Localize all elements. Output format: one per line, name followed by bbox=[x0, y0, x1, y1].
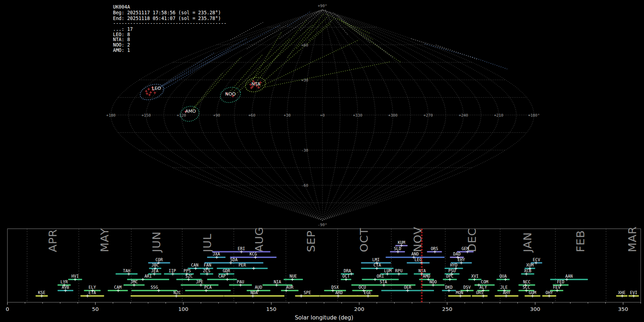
shower-code-label: GDR bbox=[223, 268, 230, 273]
meteor-radiant-plot: +180+150+120+90+60+30+0+330+300+270+240+… bbox=[0, 0, 644, 322]
shower-code-label: CAP bbox=[218, 274, 226, 279]
shower-code-label: NDA bbox=[250, 290, 258, 295]
radiant-label: NOO bbox=[225, 91, 235, 97]
shower-code-label: STA bbox=[380, 279, 387, 284]
divider-line: ---------------------------------------- bbox=[113, 21, 227, 26]
shower-code-label: LMI bbox=[372, 257, 380, 262]
shower-code-label: NZC bbox=[174, 290, 181, 295]
shower-code-label: SDA bbox=[230, 257, 238, 262]
activity-period bbox=[472, 295, 488, 297]
month-label: FEB bbox=[574, 230, 587, 252]
observation-end: End: 20251118 05:41:07 (sol = 235.78°) bbox=[113, 16, 221, 21]
activity-period bbox=[131, 290, 177, 291]
station-id: UK004A bbox=[113, 4, 130, 10]
shower-code-label: XUM bbox=[526, 263, 534, 268]
shower-code-label: AND bbox=[411, 252, 419, 257]
shower-code-label: SLD bbox=[394, 246, 401, 251]
x-axis-title: Solar longitude (deg) bbox=[295, 314, 353, 321]
shower-code-label: LUM bbox=[384, 268, 392, 273]
activity-period bbox=[497, 279, 510, 280]
shower-code-label: EGE bbox=[364, 290, 371, 295]
lon-label: +240 bbox=[459, 113, 468, 118]
activity-period bbox=[204, 262, 263, 264]
shower-count: ...: 17 bbox=[113, 26, 133, 32]
shower-code-label: TAH bbox=[123, 268, 130, 273]
shower-code-label: DAD bbox=[453, 252, 461, 257]
observation-begin: Beg: 20251117 17:58:56 (sol = 235.28°) bbox=[113, 10, 221, 15]
x-tick-label: 250 bbox=[442, 306, 452, 312]
shower-code-label: JPE bbox=[196, 279, 203, 284]
shower-code-label: OCT bbox=[342, 274, 350, 279]
shower-code-label: NOO bbox=[429, 279, 437, 284]
shower-code-label: ORS bbox=[431, 246, 438, 251]
x-tick-label: 300 bbox=[530, 306, 540, 312]
shower-counts-list: ...: 17LEO: 8NTA: 8NOO: 2AMO: 1 bbox=[113, 26, 133, 53]
shower-code-label: NCC bbox=[523, 279, 531, 284]
lon-label: +300 bbox=[388, 113, 397, 118]
shower-code-label: GUM bbox=[529, 290, 536, 295]
shower-count: NOO: 2 bbox=[113, 42, 130, 48]
month-label: MAY bbox=[98, 228, 111, 252]
background bbox=[0, 0, 644, 322]
shower-code-label: CAM bbox=[114, 285, 122, 290]
lon-label: +90 bbox=[213, 113, 220, 118]
x-tick-label: 0 bbox=[6, 306, 9, 312]
shower-code-label: SZC bbox=[185, 274, 193, 279]
month-label: OCT bbox=[357, 228, 370, 252]
shower-code-label: ETA bbox=[89, 290, 96, 295]
activity-period bbox=[550, 279, 588, 280]
lon-label: +270 bbox=[424, 113, 433, 118]
shower-code-label: JEA bbox=[151, 268, 158, 273]
shower-code-label: AUD bbox=[255, 285, 262, 290]
lat-label: -30 bbox=[301, 148, 308, 153]
shower-code-label: EVI bbox=[630, 290, 638, 295]
shower-count: AMO: 1 bbox=[113, 48, 130, 53]
shower-code-label: ARD bbox=[335, 290, 343, 295]
lon-label: +30 bbox=[284, 113, 291, 118]
activity-period bbox=[207, 279, 237, 280]
shower-code-label: DRA bbox=[344, 268, 351, 273]
shower-code-label: JBC bbox=[151, 263, 159, 268]
x-tick-label: 50 bbox=[92, 306, 99, 312]
shower-code-label: KSE bbox=[38, 290, 45, 295]
shower-code-label: KUM bbox=[398, 240, 405, 245]
shower-count: LEO: 8 bbox=[113, 32, 130, 37]
shower-code-label: AHY bbox=[503, 290, 511, 295]
shower-code-label: PER bbox=[239, 263, 246, 268]
shower-code-label: PAU bbox=[237, 279, 244, 284]
lon-label: +150 bbox=[141, 113, 151, 118]
shower-code-label: HYD bbox=[450, 263, 458, 268]
lon-label: +60 bbox=[248, 113, 255, 118]
lon-label: +330 bbox=[353, 113, 362, 118]
activity-period bbox=[407, 262, 430, 264]
shower-code-label: XCB bbox=[524, 268, 532, 273]
shower-code-label: HVI bbox=[72, 274, 79, 279]
shower-code-label: FEV bbox=[553, 285, 561, 290]
shower-count: NTA: 8 bbox=[113, 37, 130, 42]
shower-code-label: CAN bbox=[191, 263, 199, 268]
lon-label: +120 bbox=[177, 113, 186, 118]
shower-code-label: NIA bbox=[274, 279, 281, 284]
shower-code-label: QUA bbox=[499, 274, 507, 279]
shower-code-label: ORI bbox=[377, 274, 384, 279]
shower-code-label: KCG bbox=[249, 252, 257, 257]
shower-code-label: RPU bbox=[395, 268, 402, 273]
radiant-label: NTA bbox=[252, 81, 260, 87]
month-label: JUL bbox=[201, 233, 214, 253]
lat-label: -60 bbox=[301, 183, 308, 188]
activity-period bbox=[116, 273, 137, 275]
x-tick-label: 350 bbox=[618, 306, 628, 312]
shower-code-label: COR bbox=[155, 257, 163, 262]
shower-code-label: DPC bbox=[446, 274, 454, 279]
month-label: AUG bbox=[253, 227, 265, 252]
shower-code-label: ECV bbox=[533, 257, 540, 262]
month-label: SEP bbox=[304, 230, 317, 252]
lat-label: +30 bbox=[301, 78, 308, 83]
shower-code-label: ALY bbox=[479, 285, 487, 290]
shower-code-label: SPE bbox=[304, 290, 311, 295]
activity-period bbox=[295, 295, 320, 297]
shower-code-label: ERI bbox=[238, 246, 245, 251]
shower-code-label: FAN bbox=[204, 263, 211, 268]
shower-code-label: DSV bbox=[463, 285, 471, 290]
shower-code-label: PCA bbox=[204, 285, 212, 290]
